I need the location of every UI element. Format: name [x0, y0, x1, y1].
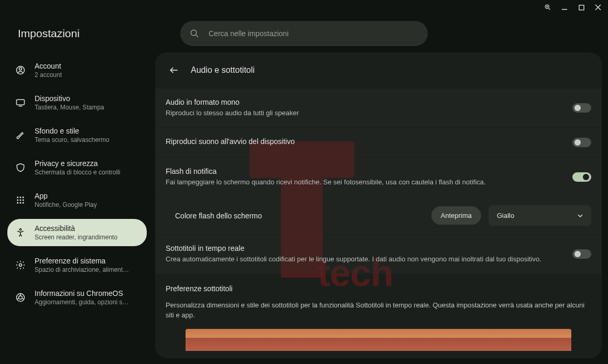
svg-point-21 [20, 202, 21, 204]
setting-startup-sound: Riproduci suono all'avvio del dispositiv… [155, 128, 602, 157]
sidebar-item-about[interactable]: Informazioni su ChromeOSAggiornamenti, g… [7, 284, 147, 311]
window-titlebar [0, 0, 608, 15]
device-icon [15, 97, 26, 108]
apps-icon [15, 194, 26, 206]
sidebar-item-sub: Tema scuro, salvaschermo [35, 136, 110, 144]
svg-line-29 [22, 299, 24, 300]
sidebar-item-sub: Screen reader, ingrandimento [35, 234, 117, 241]
setting-title: Sottotitoli in tempo reale [166, 244, 562, 252]
setting-mono-audio: Audio in formato mono Riproduci lo stess… [155, 89, 602, 127]
svg-point-8 [191, 30, 197, 36]
svg-point-16 [23, 196, 24, 198]
sidebar-item-label: App [35, 192, 97, 200]
caption-prefs-title: Preferenze sottotitoli [155, 274, 602, 298]
sidebar-item-label: Accessibilità [35, 224, 117, 233]
svg-point-24 [19, 264, 22, 267]
sidebar-item-sub: Tastiera, Mouse, Stampa [35, 104, 104, 111]
sidebar-item-sub: 2 account [35, 71, 62, 79]
sidebar-item-privacy[interactable]: Privacy e sicurezzaSchermata di blocco e… [7, 154, 147, 181]
zoom-icon[interactable] [544, 4, 551, 11]
svg-point-20 [17, 202, 18, 204]
setting-desc: Crea automaticamente i sottotitoli codif… [166, 255, 562, 264]
setting-title: Audio in formato mono [166, 98, 562, 106]
gear-icon [15, 259, 26, 271]
sidebar-item-sub: Notifiche, Google Play [35, 201, 97, 208]
flash-color-label: Colore flash dello schermo [175, 212, 424, 220]
brush-icon [15, 129, 26, 141]
app-header: Impostazioni [0, 15, 608, 52]
sidebar-item-label: Preferenze di sistema [35, 257, 129, 265]
chevron-down-icon [578, 214, 583, 217]
sidebar: Account2 account DispositivoTastiera, Mo… [0, 52, 152, 364]
setting-title: Riproduci suono all'avvio del dispositiv… [166, 137, 562, 146]
setting-notification-flash: Flash di notifica Fai lampeggiare lo sch… [155, 158, 602, 196]
settings-panel: tech Audio e sottotitoli Audio in format… [155, 52, 602, 358]
sidebar-item-label: Privacy e sicurezza [35, 159, 120, 168]
sidebar-item-sub: Spazio di archiviazione, aliment… [35, 266, 129, 273]
search-field[interactable] [209, 29, 418, 38]
caption-preview-image [186, 329, 571, 351]
sidebar-item-label: Informazioni su ChromeOS [35, 289, 128, 297]
toggle-mono-audio[interactable] [572, 103, 591, 113]
chrome-icon [15, 292, 26, 303]
sidebar-item-label: Account [35, 62, 62, 70]
svg-point-15 [20, 196, 21, 198]
sidebar-item-sub: Schermata di blocco e controlli [35, 169, 120, 176]
svg-point-17 [17, 200, 18, 201]
sidebar-item-label: Dispositivo [35, 94, 104, 103]
toggle-live-caption[interactable] [572, 249, 591, 259]
svg-line-1 [549, 8, 550, 10]
accessibility-icon [15, 227, 26, 238]
svg-point-23 [19, 229, 21, 230]
minimize-icon[interactable] [561, 4, 568, 11]
setting-desc: Fai lampeggiare lo schermo quando ricevi… [166, 178, 562, 187]
sidebar-item-sub: Aggiornamenti, guida, opzioni s… [35, 299, 128, 306]
preview-button[interactable]: Anteprima [431, 206, 481, 225]
sidebar-item-system[interactable]: Preferenze di sistemaSpazio di archiviaz… [7, 251, 147, 279]
flash-color-dropdown[interactable]: Giallo [488, 205, 591, 226]
svg-rect-5 [579, 5, 583, 9]
back-button[interactable] [168, 64, 180, 76]
sidebar-item-apps[interactable]: AppNotifiche, Google Play [7, 186, 147, 214]
setting-flash-color: Colore flash dello schermo Anteprima Gia… [155, 197, 602, 234]
sidebar-item-wallpaper[interactable]: Sfondo e stileTema scuro, salvaschermo [7, 122, 147, 149]
toggle-startup-sound[interactable] [572, 138, 591, 147]
svg-point-18 [20, 200, 21, 201]
account-icon [15, 64, 26, 76]
dropdown-value: Giallo [497, 212, 514, 219]
sidebar-item-device[interactable]: DispositivoTastiera, Mouse, Stampa [7, 89, 147, 116]
sidebar-item-accessibility[interactable]: AccessibilitàScreen reader, ingrandiment… [7, 219, 147, 246]
panel-header: Audio e sottotitoli [155, 52, 602, 88]
svg-line-9 [196, 35, 198, 37]
sidebar-item-label: Sfondo e stile [35, 127, 110, 135]
panel-title: Audio e sottotitoli [191, 65, 255, 75]
svg-rect-12 [17, 100, 25, 105]
close-icon[interactable] [594, 4, 602, 11]
svg-line-28 [17, 299, 19, 300]
svg-point-14 [17, 196, 18, 198]
caption-prefs-desc: Personalizza dimensioni e stile dei sott… [155, 298, 602, 329]
svg-point-22 [23, 202, 24, 204]
sidebar-item-account[interactable]: Account2 account [7, 57, 147, 84]
search-input[interactable] [180, 21, 428, 46]
setting-desc: Riproduci lo stesso audio da tutti gli s… [166, 108, 562, 118]
setting-live-caption: Sottotitoli in tempo reale Crea automati… [155, 235, 602, 273]
search-icon [190, 29, 199, 38]
shield-icon [15, 162, 26, 173]
maximize-icon[interactable] [578, 4, 585, 11]
setting-title: Flash di notifica [166, 167, 562, 175]
toggle-notification-flash[interactable] [572, 172, 591, 182]
svg-point-11 [19, 68, 22, 70]
app-title: Impostazioni [18, 27, 80, 40]
svg-point-19 [23, 200, 24, 201]
